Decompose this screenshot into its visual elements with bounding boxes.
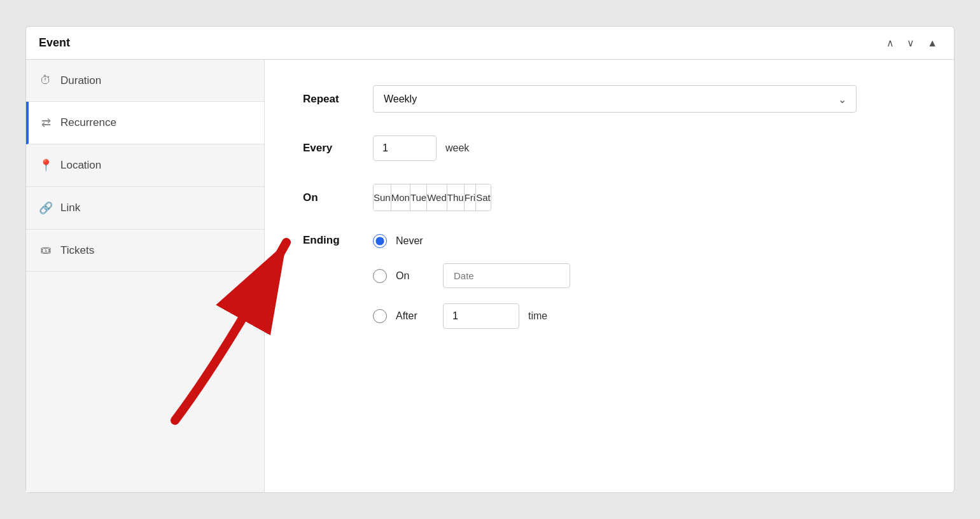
header-controls: ∧ ∨ ▲ bbox=[883, 36, 941, 50]
ending-never-row: Never bbox=[373, 234, 570, 248]
repeat-label: Repeat bbox=[303, 93, 373, 106]
sidebar-item-link[interactable]: 🔗 Link bbox=[26, 187, 264, 230]
day-tue[interactable]: Tue bbox=[410, 184, 427, 211]
ending-after-label: After bbox=[396, 310, 434, 322]
ending-after-input[interactable] bbox=[443, 303, 519, 329]
ending-on-row: On bbox=[373, 263, 570, 288]
recurrence-icon: ⇄ bbox=[39, 116, 53, 130]
ending-never-label: Never bbox=[396, 235, 434, 247]
event-panel: Event ∧ ∨ ▲ ⏱ Duration ⇄ Recurrence 📍 bbox=[25, 26, 955, 493]
sidebar-item-tickets[interactable]: 🎟 Tickets bbox=[26, 230, 264, 272]
ending-after-row: After time bbox=[373, 303, 570, 329]
every-input[interactable] bbox=[373, 135, 437, 161]
main-content: Repeat Weekly Daily Monthly Yearly ⌄ bbox=[265, 60, 954, 492]
repeat-control: Weekly Daily Monthly Yearly ⌄ bbox=[373, 85, 916, 113]
days-control: Sun Mon Tue Wed Thu Fri Sat bbox=[373, 184, 916, 211]
ending-on-radio[interactable] bbox=[373, 269, 387, 283]
sidebar-item-recurrence[interactable]: ⇄ Recurrence bbox=[26, 102, 264, 144]
ending-never-radio[interactable] bbox=[373, 234, 387, 248]
ending-on-label: On bbox=[396, 270, 434, 282]
every-label: Every bbox=[303, 142, 373, 155]
ending-row: Ending Never On bbox=[303, 234, 916, 329]
sidebar-item-location[interactable]: 📍 Location bbox=[26, 144, 264, 187]
panel-header: Event ∧ ∨ ▲ bbox=[26, 27, 954, 60]
clock-icon: ⏱ bbox=[39, 74, 53, 87]
on-row: On Sun Mon Tue Wed Thu Fri Sat bbox=[303, 184, 916, 211]
day-mon[interactable]: Mon bbox=[391, 184, 410, 211]
every-control: week bbox=[373, 135, 916, 161]
day-fri[interactable]: Fri bbox=[465, 184, 477, 211]
day-thu[interactable]: Thu bbox=[447, 184, 465, 211]
ending-date-input[interactable] bbox=[443, 263, 570, 288]
sidebar-label-recurrence: Recurrence bbox=[60, 116, 116, 129]
repeat-select[interactable]: Weekly Daily Monthly Yearly bbox=[373, 85, 857, 113]
days-selector: Sun Mon Tue Wed Thu Fri Sat bbox=[373, 184, 491, 211]
link-icon: 🔗 bbox=[39, 201, 53, 215]
repeat-select-wrapper: Weekly Daily Monthly Yearly ⌄ bbox=[373, 85, 857, 113]
day-sat[interactable]: Sat bbox=[476, 184, 491, 211]
day-sun[interactable]: Sun bbox=[374, 184, 391, 211]
sidebar-label-location: Location bbox=[60, 159, 101, 172]
tickets-icon: 🎟 bbox=[39, 244, 53, 257]
collapse-down-button[interactable]: ∨ bbox=[903, 36, 918, 50]
ending-after-unit: time bbox=[528, 310, 547, 322]
sidebar-item-duration[interactable]: ⏱ Duration bbox=[26, 60, 264, 102]
ending-label: Ending bbox=[303, 234, 373, 247]
day-wed[interactable]: Wed bbox=[427, 184, 447, 211]
sidebar: ⏱ Duration ⇄ Recurrence 📍 Location 🔗 Lin… bbox=[26, 60, 265, 492]
every-row: Every week bbox=[303, 135, 916, 161]
sidebar-label-duration: Duration bbox=[60, 74, 101, 87]
panel-title: Event bbox=[39, 36, 70, 50]
repeat-row: Repeat Weekly Daily Monthly Yearly ⌄ bbox=[303, 85, 916, 113]
ending-after-radio[interactable] bbox=[373, 309, 387, 323]
panel-body: ⏱ Duration ⇄ Recurrence 📍 Location 🔗 Lin… bbox=[26, 60, 954, 492]
collapse-up-button[interactable]: ∧ bbox=[883, 36, 898, 50]
location-icon: 📍 bbox=[39, 158, 53, 172]
sidebar-label-link: Link bbox=[60, 202, 80, 214]
sidebar-label-tickets: Tickets bbox=[60, 244, 94, 257]
on-label: On bbox=[303, 191, 373, 204]
toggle-button[interactable]: ▲ bbox=[923, 36, 941, 50]
ending-control: Never On After bbox=[373, 234, 916, 329]
ending-options: Never On After bbox=[373, 234, 570, 329]
every-unit: week bbox=[445, 142, 469, 154]
